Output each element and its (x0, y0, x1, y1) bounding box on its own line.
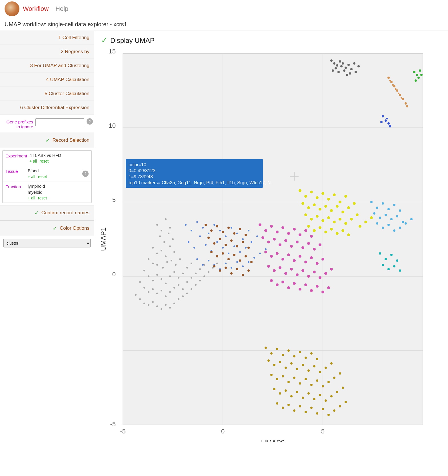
fraction-values: lymphoid myeloid + all reset (28, 184, 89, 200)
svg-point-326 (270, 352, 273, 355)
color-options-select[interactable]: cluster gene experiment tissue (3, 239, 91, 247)
fraction-all-action[interactable]: + all (28, 196, 35, 200)
svg-point-140 (219, 230, 221, 231)
fraction-reset-action[interactable]: reset (38, 196, 47, 200)
svg-point-293 (225, 267, 227, 269)
svg-point-199 (350, 218, 353, 221)
tissue-values: Blood + all reset (28, 168, 80, 179)
svg-text:5: 5 (112, 196, 116, 203)
svg-point-287 (233, 254, 235, 256)
svg-point-323 (393, 265, 395, 267)
svg-point-343 (313, 365, 315, 367)
svg-point-158 (256, 235, 258, 237)
sidebar-step-1[interactable]: 1 Cell Filtering (0, 31, 94, 45)
svg-point-30 (343, 69, 345, 72)
svg-point-122 (169, 307, 171, 309)
svg-text:UMAP1: UMAP1 (100, 227, 107, 251)
svg-point-312 (387, 224, 390, 226)
svg-point-362 (285, 389, 287, 392)
experiment-reset-action[interactable]: reset (40, 159, 49, 163)
sidebar-step-5[interactable]: 5 Cluster Calculation (0, 87, 94, 101)
svg-point-139 (213, 224, 215, 226)
svg-point-215 (276, 231, 279, 233)
tissue-actions: + all reset (28, 174, 80, 179)
svg-point-211 (370, 216, 373, 219)
record-row-fraction: Fraction lymphoid myeloid + all reset (3, 181, 91, 203)
svg-text:5: 5 (321, 428, 325, 435)
svg-point-101 (152, 288, 154, 290)
svg-point-124 (178, 298, 179, 300)
svg-point-336 (273, 364, 275, 366)
svg-point-116 (143, 303, 145, 304)
svg-point-374 (282, 407, 284, 409)
svg-point-38 (357, 65, 360, 67)
svg-point-280 (236, 245, 238, 247)
svg-text:-5: -5 (120, 428, 126, 435)
svg-point-212 (259, 223, 261, 226)
svg-point-232 (319, 243, 321, 246)
gene-prefix-input[interactable] (35, 118, 84, 126)
sidebar-step-6[interactable]: 6 Cluster Differential Expression (0, 101, 94, 115)
svg-point-170 (259, 253, 261, 254)
sidebar-step-4[interactable]: 4 UMAP Calculation (0, 73, 94, 87)
gene-prefix-help-icon[interactable]: ? (87, 118, 93, 125)
svg-point-92 (169, 275, 171, 277)
svg-point-169 (253, 257, 255, 259)
svg-point-322 (387, 268, 390, 270)
svg-point-81 (162, 267, 164, 269)
svg-point-370 (330, 395, 333, 397)
sidebar-step-2[interactable]: 2 Regress by (0, 45, 94, 59)
svg-point-192 (310, 218, 313, 221)
svg-point-230 (307, 242, 310, 245)
svg-point-242 (316, 262, 319, 265)
svg-point-117 (148, 304, 149, 306)
tissue-help-icon[interactable]: ? (82, 171, 89, 177)
svg-point-219 (299, 233, 301, 236)
svg-point-187 (336, 205, 339, 208)
app-logo (5, 1, 19, 16)
svg-point-181 (301, 202, 304, 205)
svg-point-302 (393, 204, 395, 206)
svg-point-385 (345, 401, 347, 403)
svg-point-25 (340, 65, 343, 67)
experiment-all-action[interactable]: + all (29, 159, 37, 163)
svg-point-119 (156, 305, 158, 307)
svg-point-292 (219, 269, 221, 272)
sidebar-step-3[interactable]: 3 For UMAP and Clustering (0, 59, 94, 73)
svg-point-118 (152, 301, 154, 303)
svg-point-183 (313, 203, 316, 206)
umap-chart-svg[interactable]: -5 0 5 -5 0 5 10 15 UMAP0 UMAP1 (100, 48, 429, 442)
confirm-record-names-header[interactable]: ✓ Confirm record names (0, 205, 94, 221)
svg-point-335 (267, 359, 270, 362)
svg-point-89 (156, 274, 158, 276)
tissue-all-action[interactable]: + all (28, 174, 35, 179)
svg-point-250 (301, 269, 304, 272)
svg-point-364 (296, 391, 298, 393)
color-options-title: Color Options (60, 225, 89, 231)
nav-help[interactable]: Help (55, 5, 68, 13)
fraction-value-0: lymphoid (28, 184, 89, 189)
svg-point-304 (373, 212, 375, 215)
tissue-reset-action[interactable]: reset (38, 174, 47, 179)
svg-point-223 (267, 241, 270, 243)
svg-point-69 (163, 241, 165, 243)
nav-workflow[interactable]: Workflow (23, 5, 49, 13)
svg-text:-5: -5 (110, 421, 116, 428)
display-umap-header: ✓ Display UMAP (94, 31, 448, 48)
svg-point-281 (242, 241, 244, 243)
svg-point-377 (299, 405, 301, 407)
svg-point-161 (208, 260, 209, 261)
svg-point-350 (287, 381, 290, 383)
svg-point-135 (191, 230, 192, 231)
svg-point-77 (173, 251, 175, 253)
svg-point-235 (276, 252, 279, 255)
svg-point-352 (299, 382, 301, 385)
svg-point-229 (301, 246, 304, 249)
svg-point-365 (302, 397, 304, 399)
svg-point-277 (219, 238, 221, 240)
color-options-header: ✓ Color Options (0, 221, 94, 236)
svg-point-305 (379, 217, 381, 219)
svg-point-348 (276, 378, 278, 380)
svg-point-106 (173, 287, 175, 289)
svg-point-75 (165, 255, 167, 257)
